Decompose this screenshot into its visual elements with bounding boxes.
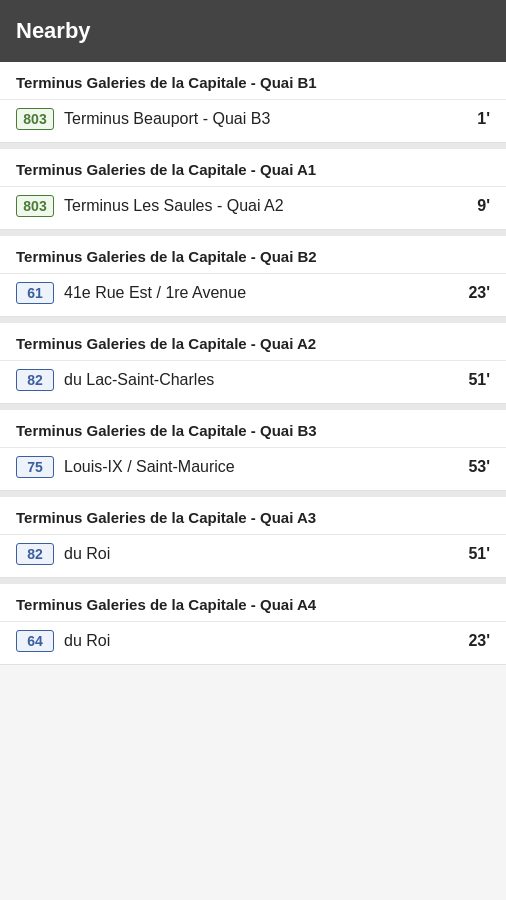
route-badge-7-1: 64 <box>16 630 54 652</box>
route-row-1-1[interactable]: 803Terminus Beauport - Quai B31' <box>0 99 506 142</box>
route-row-5-1[interactable]: 75Louis-IX / Saint-Maurice53' <box>0 447 506 490</box>
route-badge-3-1: 61 <box>16 282 54 304</box>
route-destination-4-1: du Lac-Saint-Charles <box>64 371 460 389</box>
route-destination-6-1: du Roi <box>64 545 460 563</box>
stop-header-2: Terminus Galeries de la Capitale - Quai … <box>0 149 506 186</box>
stop-group-6[interactable]: Terminus Galeries de la Capitale - Quai … <box>0 497 506 578</box>
route-row-4-1[interactable]: 82du Lac-Saint-Charles51' <box>0 360 506 403</box>
route-time-2-1: 9' <box>477 197 490 215</box>
route-row-3-1[interactable]: 6141e Rue Est / 1re Avenue23' <box>0 273 506 316</box>
route-time-7-1: 23' <box>468 632 490 650</box>
route-badge-5-1: 75 <box>16 456 54 478</box>
route-badge-2-1: 803 <box>16 195 54 217</box>
stop-group-5[interactable]: Terminus Galeries de la Capitale - Quai … <box>0 410 506 491</box>
route-time-6-1: 51' <box>468 545 490 563</box>
stop-group-7[interactable]: Terminus Galeries de la Capitale - Quai … <box>0 584 506 665</box>
stop-group-3[interactable]: Terminus Galeries de la Capitale - Quai … <box>0 236 506 317</box>
route-destination-5-1: Louis-IX / Saint-Maurice <box>64 458 460 476</box>
route-badge-4-1: 82 <box>16 369 54 391</box>
route-destination-7-1: du Roi <box>64 632 460 650</box>
route-destination-3-1: 41e Rue Est / 1re Avenue <box>64 284 460 302</box>
stop-header-4: Terminus Galeries de la Capitale - Quai … <box>0 323 506 360</box>
route-time-1-1: 1' <box>477 110 490 128</box>
route-badge-1-1: 803 <box>16 108 54 130</box>
app-header: Nearby <box>0 0 506 62</box>
route-time-5-1: 53' <box>468 458 490 476</box>
page-title: Nearby <box>16 18 91 44</box>
stop-group-2[interactable]: Terminus Galeries de la Capitale - Quai … <box>0 149 506 230</box>
route-badge-6-1: 82 <box>16 543 54 565</box>
route-time-3-1: 23' <box>468 284 490 302</box>
route-destination-2-1: Terminus Les Saules - Quai A2 <box>64 197 469 215</box>
route-time-4-1: 51' <box>468 371 490 389</box>
route-row-2-1[interactable]: 803Terminus Les Saules - Quai A29' <box>0 186 506 229</box>
stop-header-3: Terminus Galeries de la Capitale - Quai … <box>0 236 506 273</box>
stop-group-1[interactable]: Terminus Galeries de la Capitale - Quai … <box>0 62 506 143</box>
stop-header-1: Terminus Galeries de la Capitale - Quai … <box>0 62 506 99</box>
stop-header-7: Terminus Galeries de la Capitale - Quai … <box>0 584 506 621</box>
stop-header-5: Terminus Galeries de la Capitale - Quai … <box>0 410 506 447</box>
stop-group-4[interactable]: Terminus Galeries de la Capitale - Quai … <box>0 323 506 404</box>
route-row-6-1[interactable]: 82du Roi51' <box>0 534 506 577</box>
stops-list: Terminus Galeries de la Capitale - Quai … <box>0 62 506 665</box>
stop-header-6: Terminus Galeries de la Capitale - Quai … <box>0 497 506 534</box>
route-row-7-1[interactable]: 64du Roi23' <box>0 621 506 664</box>
route-destination-1-1: Terminus Beauport - Quai B3 <box>64 110 469 128</box>
